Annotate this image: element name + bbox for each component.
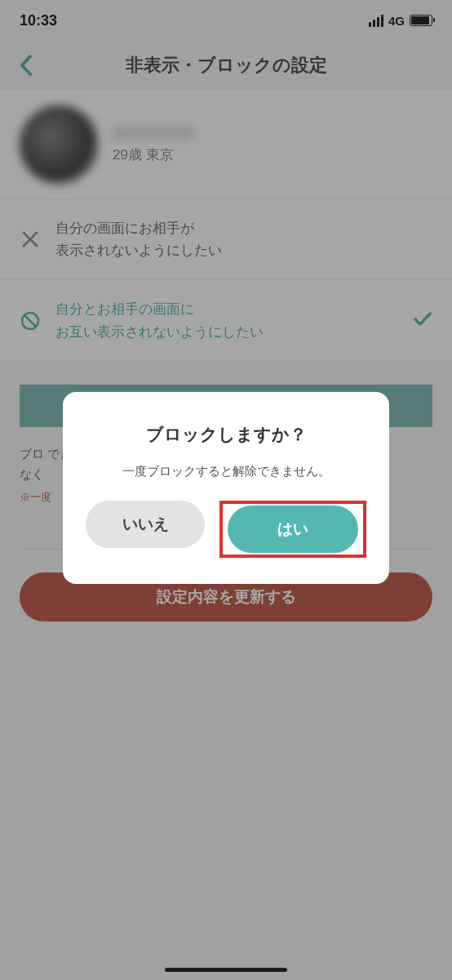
confirm-button-label: はい — [277, 519, 308, 540]
modal-buttons: いいえ はい — [86, 501, 366, 558]
cancel-button-label: いいえ — [122, 514, 169, 535]
highlight-box: はい — [219, 501, 366, 558]
confirm-modal: ブロックしますか？ 一度ブロックすると解除できません。 いいえ はい — [63, 392, 389, 584]
modal-overlay[interactable]: ブロックしますか？ 一度ブロックすると解除できません。 いいえ はい — [0, 0, 452, 980]
cancel-button[interactable]: いいえ — [86, 501, 205, 548]
modal-title: ブロックしますか？ — [86, 423, 366, 446]
modal-message: 一度ブロックすると解除できません。 — [86, 464, 366, 479]
confirm-button[interactable]: はい — [228, 506, 358, 553]
